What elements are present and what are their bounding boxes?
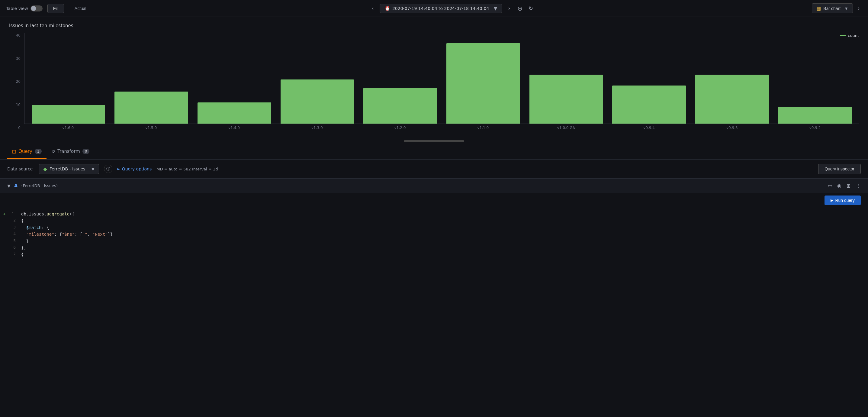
scrollbar-thumb[interactable]	[404, 140, 464, 142]
more-options-icon[interactable]: ⋮	[856, 183, 861, 188]
run-icon: ▶	[831, 198, 833, 203]
query-collapse-arrow[interactable]: ▼	[7, 183, 10, 188]
code-token-plain: {	[21, 218, 24, 223]
code-token-plain	[21, 225, 26, 230]
bar-group[interactable]	[360, 88, 441, 124]
bar-group[interactable]	[774, 107, 856, 124]
duplicate-icon[interactable]: ▭	[828, 183, 832, 188]
query-tabs: ◫ Query 1 ↺ Transform 0	[0, 144, 868, 159]
collapse-panel-button[interactable]: ›	[855, 4, 862, 13]
add-line-button[interactable]: +	[3, 211, 5, 217]
line-content: {	[21, 217, 24, 224]
x-axis-label: v1.5.0	[110, 126, 192, 130]
time-caret-icon: ▼	[494, 6, 497, 11]
line-number: 5	[10, 238, 16, 244]
chart-type-label: Bar chart	[823, 6, 840, 11]
line-gutter: 7	[3, 251, 21, 258]
tab-transform-label: Transform	[57, 149, 80, 154]
line-gutter: 3	[3, 224, 21, 231]
bar[interactable]	[363, 88, 437, 124]
code-token-plain: ([	[69, 211, 74, 216]
line-number: 1	[8, 211, 14, 217]
refresh-button[interactable]: ↻	[527, 4, 534, 13]
bar[interactable]	[32, 105, 105, 124]
info-button[interactable]: ⓘ	[104, 165, 112, 173]
bar[interactable]	[529, 75, 603, 124]
bar[interactable]	[281, 80, 354, 124]
delete-icon[interactable]: 🗑	[846, 183, 851, 188]
bar[interactable]	[115, 92, 188, 124]
toggle-visibility-icon[interactable]: ◉	[837, 183, 841, 188]
chart-plot: count v1.6.0v1.5.0v1.4.0v1.3.0v1.2.0v1.1…	[24, 33, 859, 139]
chart-area: Issues in last ten milestones 403020100 …	[0, 17, 868, 144]
query-row-label: A	[14, 183, 18, 188]
x-axis-label: v1.4.0	[193, 126, 275, 130]
query-row-source: (FerretDB - Issues)	[21, 183, 57, 188]
x-axis-label: v0.9.3	[691, 126, 773, 130]
x-axis-label: v1.6.0	[27, 126, 109, 130]
bar-group[interactable]	[28, 105, 109, 124]
datasource-select[interactable]: ◆ FerretDB - Issues ▼	[39, 164, 99, 174]
query-inspector-button[interactable]: Query inspector	[818, 164, 861, 174]
run-query-button[interactable]: ▶ Run query	[825, 196, 861, 205]
line-number: 6	[10, 244, 16, 251]
code-line: +1db.issues.aggregate([	[0, 211, 868, 217]
zoom-out-button[interactable]: ⊖	[516, 4, 524, 13]
x-labels: v1.6.0v1.5.0v1.4.0v1.3.0v1.2.0v1.1.0v1.0…	[24, 124, 859, 130]
line-content: $match: {	[21, 224, 49, 231]
code-token-method: aggregate	[46, 211, 69, 216]
tab-query[interactable]: ◫ Query 1	[7, 144, 46, 159]
bar[interactable]	[695, 75, 769, 124]
bar[interactable]	[446, 43, 520, 124]
fill-button[interactable]: Fill	[48, 4, 64, 13]
y-axis-label: 10	[16, 103, 21, 107]
legend-line	[840, 35, 846, 36]
bar-group[interactable]	[608, 86, 690, 124]
code-token-plain: ,	[87, 232, 92, 237]
bar-group[interactable]	[193, 102, 275, 124]
y-axis-label: 20	[16, 80, 21, 84]
bar-group[interactable]	[525, 75, 607, 124]
bar[interactable]	[612, 86, 686, 124]
bar-group[interactable]	[111, 92, 192, 124]
expand-arrow-icon: ►	[117, 167, 120, 171]
time-range-picker[interactable]: ⏰ 2020-07-19 14:40:04 to 2024-07-18 14:4…	[380, 4, 502, 13]
code-token-plain: ]}	[108, 232, 113, 237]
line-number: 4	[10, 231, 16, 237]
tab-query-label: Query	[19, 149, 32, 154]
code-token-string: "$ne"	[62, 232, 74, 237]
query-options-link[interactable]: ► Query options	[117, 167, 152, 171]
toolbar-right: ▦ Bar chart ▼ ›	[812, 3, 862, 13]
chart-type-button[interactable]: ▦ Bar chart ▼	[812, 3, 853, 13]
code-line: 7{	[0, 251, 868, 258]
bar-group[interactable]	[691, 75, 773, 124]
code-token-keyword: $match	[26, 225, 42, 230]
line-content: {	[21, 251, 24, 258]
tab-transform-badge: 0	[83, 149, 90, 154]
line-content: }	[21, 238, 29, 244]
chart-legend: count	[840, 33, 859, 38]
bar-group[interactable]	[276, 80, 358, 124]
tab-query-badge: 1	[35, 149, 42, 154]
x-axis-label: v0.9.4	[608, 126, 690, 130]
line-number: 3	[10, 224, 16, 231]
table-view-switch[interactable]	[31, 5, 42, 11]
run-query-label: Run query	[835, 198, 855, 203]
code-token-plain	[21, 232, 26, 237]
chart-scrollbar[interactable]	[9, 140, 859, 143]
next-time-button[interactable]: ›	[506, 4, 513, 13]
line-gutter: 2	[3, 217, 21, 224]
bar[interactable]	[778, 107, 852, 124]
y-axis-label: 40	[16, 33, 21, 37]
code-editor[interactable]: +1db.issues.aggregate([2{3 $match: {4 "m…	[0, 208, 868, 261]
bar-group[interactable]	[442, 43, 524, 124]
bars-row	[24, 33, 859, 124]
ferretdb-icon: ◆	[43, 166, 47, 172]
prev-time-button[interactable]: ‹	[369, 4, 376, 13]
line-content: db.issues.aggregate([	[21, 211, 74, 217]
code-line: 2{	[0, 217, 868, 224]
tab-transform[interactable]: ↺ Transform 0	[46, 144, 94, 159]
y-axis: 403020100	[9, 33, 24, 139]
actual-button[interactable]: Actual	[69, 4, 92, 13]
bar[interactable]	[197, 102, 271, 124]
